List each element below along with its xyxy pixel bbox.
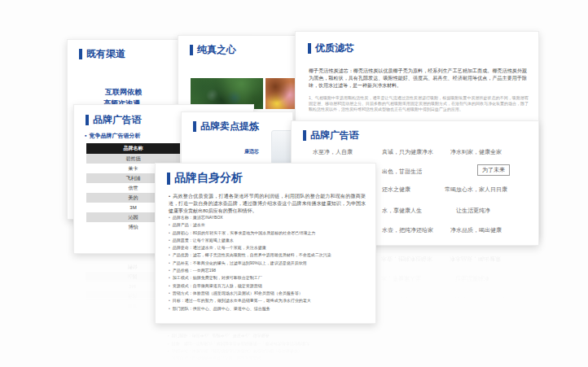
slogan-item: 水至净，人自康 — [313, 148, 353, 156]
product-brand-label: 康适芯 — [244, 148, 259, 155]
filter-description: 椰子壳活性炭滤芯：椰壳活性炭以优质椰子壳为原料，经系列生产工艺精加工而成。椰壳活… — [309, 68, 527, 90]
slogan-item: 让生活更纯净 — [456, 207, 490, 215]
slogan-item: 水壶，把纯净还给家 — [382, 226, 433, 234]
slide-title-quality-filter: 优质滤芯 — [315, 42, 354, 55]
slogan-item: 净水品质，喝出健康 — [450, 255, 501, 263]
slogan-analysis-subtitle: 竞争品牌广告语分析 — [85, 132, 140, 140]
slogan-item: 让生活更纯净 — [455, 274, 489, 282]
bullet-item: 产品优势：滤芯，椰子壳活性炭高吸附性，自然界中选用最优质材料，不会造成二次污染 — [169, 251, 364, 259]
slide-title-slogan-analysis: 品牌广告语 — [93, 113, 142, 127]
slogan-item: 出色，甘甜生活 — [382, 168, 422, 176]
slide-title-existing-channels: 既有渠道 — [86, 47, 125, 61]
slogan-item: 常喝放心水，家人日日康 — [445, 186, 507, 194]
bullet-item: 加工模式：贴牌免费定制，对接可靠联合定制工厂 — [168, 362, 363, 367]
slogan-item: 净水到家，健康全家 — [450, 148, 502, 156]
slide-collage: 品牌名称 碧然德 莱卡 飞利浦 倍世 美的 3M 沁园 博怡 水至净，人自康 真… — [0, 0, 588, 367]
slide-title-selling-points: 品牌卖点提炼 — [200, 120, 259, 133]
slide-title-pure-heart: 纯真之心 — [197, 43, 236, 57]
slide-brand-self-analysis[interactable]: 品牌自身分析 高效整合优质资源，打通各渠道环节间的利润链，利用团队的整合能力和现… — [155, 163, 376, 324]
heading-bar-icon — [193, 121, 196, 132]
bullet-item: 营销方式：体验营销（感受现场水污染测试）和会员营销（会员服务等） — [169, 290, 364, 297]
bullet-item: 产品价格：一壶两芯198 — [169, 267, 364, 274]
slogan-item: 水，享健康人生 — [381, 274, 421, 282]
children-crafts-photo — [265, 78, 298, 109]
self-analysis-bullet-list: 品牌名称：康适芯/NAYBOX 品牌产品：滤水壶 品牌初心：80后的年轻实干家，… — [169, 214, 364, 317]
table-header-brand-name: 品牌名称 — [86, 143, 180, 154]
filter-footnote: 1、气相吸附中常选用颗粒活性炭，通常是让气流通过活性炭层进行吸附，根据吸附装置中… — [309, 95, 529, 112]
bullet-item: 品牌愿景：让每个家庭喝上健康水 — [169, 237, 364, 244]
bullet-item: 加工模式：贴牌免费定制，对接可靠联合定制工厂 — [169, 274, 364, 282]
slogan-item-highlighted: 为了未来 — [477, 164, 510, 176]
slogan-item: 水壶，把纯净还给家 — [381, 255, 432, 263]
bullet-item: 部门团队：供应中心、品牌中心、渠道中心、综合服务 — [168, 332, 363, 339]
heading-bar-icon — [190, 45, 193, 55]
heading-bar-icon — [79, 49, 82, 59]
slide-title-self-analysis: 品牌自身分析 — [174, 171, 243, 186]
heading-bar-icon — [86, 115, 89, 125]
slogan-item: 还水之健康 — [382, 186, 410, 194]
bullet-item: 品牌名称：康适芯/NAYBOX — [169, 214, 364, 221]
slogan-item: 真诚，只为健康净水 — [382, 148, 433, 156]
bullet-item: 目标：通过一年的努力，做到滤水壶单品销量第一，最终成为净水行业的老大 — [169, 297, 364, 304]
bullet-item: 品牌使命：通过滤水壶，让每一个家庭，关注水健康 — [169, 244, 364, 251]
slogan-item: 水，享健康人生 — [382, 207, 422, 215]
bullet-item: 部门团队：供应中心、品牌中心、渠道中心、综合服务 — [169, 305, 364, 312]
self-analysis-summary: 高效整合优质资源，打通各渠道环节间的利润链，利用团队的整合能力和现有的微商渠道，… — [169, 193, 366, 215]
slogan-item: 还水之健康 — [381, 295, 410, 304]
bullet-item: 目标：通过一年的努力，做到滤水壶单品销量第一，最终成为净水行业的老大 — [168, 339, 363, 347]
bullet-item: 品牌产品：滤水壶 — [169, 221, 364, 229]
slogan-item: 常喝放心水，家人日日康 — [444, 295, 507, 304]
reflection-bullets-copy: 品牌名称：康适芯/NAYBOX 品牌产品：滤水壶 品牌初心：80后的年轻实干家，… — [168, 328, 363, 367]
channel-item: 互联网依赖 — [105, 87, 142, 98]
bullet-item: 品牌初心：80后的年轻实干家，实事求是地为中国水质超标的社会尽己绵薄之力 — [169, 229, 364, 237]
heading-bar-icon — [167, 173, 170, 185]
bullet-item: 营销方式：体验营销（感受现场水污染测试）和会员营销（会员服务等） — [168, 347, 363, 355]
heading-bar-icon — [308, 43, 311, 54]
bullet-item: 资源模式：自带微商渠道百万人脉，稳定资源营销 — [168, 355, 363, 362]
slogan-item: 净水品质，喝出健康 — [450, 226, 502, 234]
bullet-item: 资源模式：自带微商渠道百万人脉，稳定资源营销 — [169, 282, 364, 290]
reflection-bullets: 品牌名称：康适芯/NAYBOX 品牌产品：滤水壶 品牌初心：80后的年轻实干家，… — [155, 323, 375, 367]
bullet-item: 产品补充：不靠商业化的噱头，过滤率达到90%以上，建议还是烧开后饮用 — [169, 260, 364, 267]
